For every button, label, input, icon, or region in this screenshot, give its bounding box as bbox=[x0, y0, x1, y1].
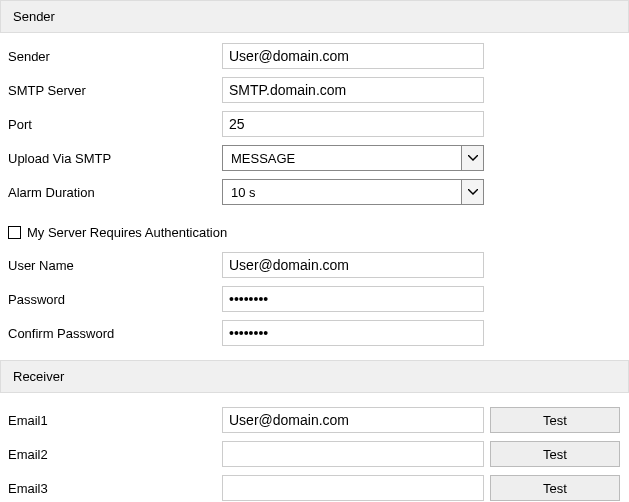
sender-section-header: Sender bbox=[0, 0, 629, 33]
receiver-form: Email1 Test Email2 Test Email3 Test bbox=[0, 393, 629, 502]
email3-row: Email3 Test bbox=[8, 475, 621, 501]
auth-checkbox-row: My Server Requires Authentication bbox=[8, 225, 621, 240]
email2-row: Email2 Test bbox=[8, 441, 621, 467]
smtp-server-label: SMTP Server bbox=[8, 83, 222, 98]
sender-label: Sender bbox=[8, 49, 222, 64]
email1-test-button[interactable]: Test bbox=[490, 407, 620, 433]
receiver-header-text: Receiver bbox=[13, 369, 64, 384]
confirm-row: Confirm Password bbox=[8, 320, 621, 346]
sender-row: Sender bbox=[8, 43, 621, 69]
sender-header-text: Sender bbox=[13, 9, 55, 24]
chevron-down-icon bbox=[461, 146, 483, 170]
email1-row: Email1 Test bbox=[8, 407, 621, 433]
email2-test-button[interactable]: Test bbox=[490, 441, 620, 467]
port-row: Port bbox=[8, 111, 621, 137]
upload-select-value: MESSAGE bbox=[223, 146, 461, 170]
email3-input[interactable] bbox=[222, 475, 484, 501]
email2-label: Email2 bbox=[8, 447, 222, 462]
alarm-select[interactable]: 10 s bbox=[222, 179, 484, 205]
smtp-server-row: SMTP Server bbox=[8, 77, 621, 103]
alarm-row: Alarm Duration 10 s bbox=[8, 179, 621, 205]
chevron-down-icon bbox=[461, 180, 483, 204]
email3-label: Email3 bbox=[8, 481, 222, 496]
auth-checkbox[interactable] bbox=[8, 226, 21, 239]
email3-test-button[interactable]: Test bbox=[490, 475, 620, 501]
alarm-select-value: 10 s bbox=[223, 180, 461, 204]
port-input[interactable] bbox=[222, 111, 484, 137]
smtp-server-input[interactable] bbox=[222, 77, 484, 103]
auth-checkbox-label: My Server Requires Authentication bbox=[27, 225, 227, 240]
username-row: User Name bbox=[8, 252, 621, 278]
upload-row: Upload Via SMTP MESSAGE bbox=[8, 145, 621, 171]
confirm-password-input[interactable] bbox=[222, 320, 484, 346]
email1-label: Email1 bbox=[8, 413, 222, 428]
username-input[interactable] bbox=[222, 252, 484, 278]
alarm-label: Alarm Duration bbox=[8, 185, 222, 200]
password-label: Password bbox=[8, 292, 222, 307]
upload-select[interactable]: MESSAGE bbox=[222, 145, 484, 171]
auth-form: User Name Password Confirm Password bbox=[0, 252, 629, 360]
port-label: Port bbox=[8, 117, 222, 132]
confirm-label: Confirm Password bbox=[8, 326, 222, 341]
email1-input[interactable] bbox=[222, 407, 484, 433]
password-input[interactable] bbox=[222, 286, 484, 312]
sender-input[interactable] bbox=[222, 43, 484, 69]
email2-input[interactable] bbox=[222, 441, 484, 467]
upload-label: Upload Via SMTP bbox=[8, 151, 222, 166]
receiver-section-header: Receiver bbox=[0, 360, 629, 393]
username-label: User Name bbox=[8, 258, 222, 273]
sender-form: Sender SMTP Server Port Upload Via SMTP … bbox=[0, 33, 629, 219]
password-row: Password bbox=[8, 286, 621, 312]
